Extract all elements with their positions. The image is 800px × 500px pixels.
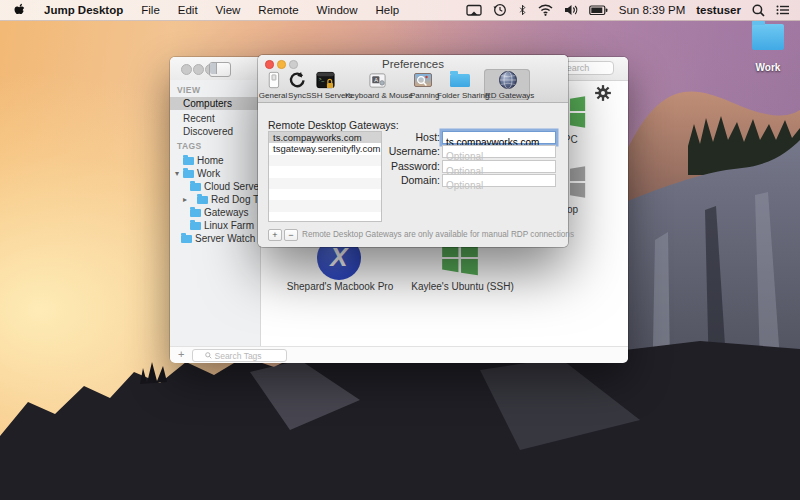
menu-username[interactable]: testuser	[696, 4, 741, 16]
gateway-list-empty-row	[269, 155, 381, 166]
rd-gateways-panel: Remote Desktop Gateways: ts.compayworks.…	[258, 103, 568, 247]
gateway-list-empty-row	[269, 189, 381, 200]
tag-folder-icon	[190, 209, 201, 217]
password-label: Password:	[378, 160, 440, 173]
folder-icon	[752, 24, 784, 50]
menu-clock[interactable]: Sun 8:39 PM	[619, 4, 685, 16]
sidebar-view-header: VIEW	[177, 85, 200, 95]
tag-folder-icon	[190, 183, 201, 191]
computer-label-kaylee[interactable]: Kaylee's Ubuntu (SSH)	[400, 281, 525, 292]
gear-settings-button[interactable]	[594, 84, 612, 102]
tag-folder-icon	[197, 196, 208, 204]
menu-bar: Jump Desktop File Edit View Remote Windo…	[0, 0, 800, 21]
menu-remote[interactable]: Remote	[258, 4, 298, 16]
domain-label: Domain:	[378, 174, 440, 187]
panning-magnifier-icon	[410, 69, 436, 91]
tag-folder-icon	[183, 157, 194, 165]
tab-sync[interactable]: Sync	[288, 69, 306, 101]
svg-text:>_: >_	[318, 77, 324, 82]
tab-ssh-servers[interactable]: >_ SSH Servers	[306, 69, 344, 101]
gateway-list-label: Remote Desktop Gateways:	[268, 119, 399, 131]
tab-panning[interactable]: Panning	[410, 69, 436, 101]
menu-app-name[interactable]: Jump Desktop	[44, 4, 123, 16]
svg-text:A: A	[374, 76, 378, 82]
username-field[interactable]	[442, 145, 556, 158]
desktop-screen: Work VIEW Computers Recent	[0, 0, 800, 500]
gateway-list-item-selected[interactable]: ts.compayworks.com	[269, 132, 381, 143]
tag-folder-icon	[181, 235, 192, 243]
tag-folder-icon	[190, 222, 201, 230]
desktop-folder-work[interactable]: Work	[748, 22, 788, 76]
preferences-window: Preferences General S	[258, 55, 568, 247]
password-field[interactable]	[442, 160, 556, 173]
tag-bottom-bar: +	[170, 346, 628, 363]
tab-keyboard-mouse[interactable]: A Keyboard & Mouse	[345, 69, 409, 101]
menu-view[interactable]: View	[216, 4, 241, 16]
search-icon	[205, 352, 212, 359]
spotlight-search-icon[interactable]	[752, 4, 765, 17]
tab-general[interactable]: General	[258, 69, 288, 101]
gateway-list-item[interactable]: tsgateway.serenityfly.com	[269, 143, 381, 154]
gateway-footnote: Remote Desktop Gateways are only availab…	[302, 229, 574, 241]
menu-window[interactable]: Window	[317, 4, 358, 16]
apple-menu-icon[interactable]	[14, 3, 26, 17]
tab-rd-gateways-selected[interactable]: RD Gateways	[485, 69, 530, 101]
disclosure-collapsed-icon[interactable]: ▸	[183, 195, 187, 204]
bluetooth-icon[interactable]	[518, 3, 527, 17]
keyboard-mouse-icon: A	[345, 69, 409, 91]
volume-icon[interactable]	[564, 4, 578, 16]
add-gateway-button[interactable]: +	[268, 229, 282, 241]
sidebar-tag-server-watch-list[interactable]: Server Watch List	[170, 232, 271, 245]
light-switch-icon	[258, 69, 288, 91]
gateway-list-empty-row	[269, 212, 381, 222]
sidebar-tags-header: TAGS	[177, 141, 202, 151]
host-label: Host:	[378, 131, 440, 144]
domain-field[interactable]	[442, 174, 556, 187]
desktop-folder-label: Work	[742, 62, 794, 73]
notification-center-icon[interactable]	[776, 4, 790, 16]
close-button[interactable]	[181, 64, 192, 75]
menu-edit[interactable]: Edit	[178, 4, 198, 16]
sync-arrows-icon	[288, 69, 306, 91]
gateway-list[interactable]: ts.compayworks.com tsgateway.serenityfly…	[268, 131, 382, 222]
add-tag-button[interactable]: +	[178, 348, 184, 360]
menu-file[interactable]: File	[141, 4, 160, 16]
tag-search-input[interactable]	[215, 351, 275, 361]
tag-folder-icon	[183, 170, 194, 178]
gateway-list-empty-row	[269, 166, 381, 177]
remove-gateway-button[interactable]: −	[284, 229, 298, 241]
host-field[interactable]	[442, 131, 556, 144]
computer-label-shepard[interactable]: Shepard's Macbook Pro	[275, 281, 405, 292]
disclosure-expanded-icon[interactable]: ▾	[175, 169, 179, 178]
terminal-lock-icon: >_	[306, 69, 344, 91]
sidebar-toggle-button[interactable]	[209, 62, 231, 77]
preferences-header[interactable]: Preferences General S	[258, 55, 568, 103]
display-mirroring-icon[interactable]	[466, 4, 482, 17]
gateway-list-empty-row	[269, 178, 381, 189]
globe-gateway-icon	[485, 69, 530, 91]
minimize-button[interactable]	[193, 64, 204, 75]
tab-folder-sharing[interactable]: Folder Sharing	[437, 69, 483, 101]
gateway-list-empty-row	[269, 200, 381, 211]
shared-folder-icon	[437, 69, 483, 91]
menu-help[interactable]: Help	[376, 4, 400, 16]
time-machine-icon[interactable]	[493, 3, 507, 17]
sidebar: VIEW Computers Recent Discovered TAGS Ho…	[170, 80, 260, 346]
domain-input[interactable]	[443, 180, 555, 191]
tag-search-field[interactable]	[192, 349, 287, 362]
battery-icon[interactable]	[589, 5, 608, 16]
wifi-icon[interactable]	[538, 4, 553, 16]
username-label: Username:	[378, 145, 440, 158]
